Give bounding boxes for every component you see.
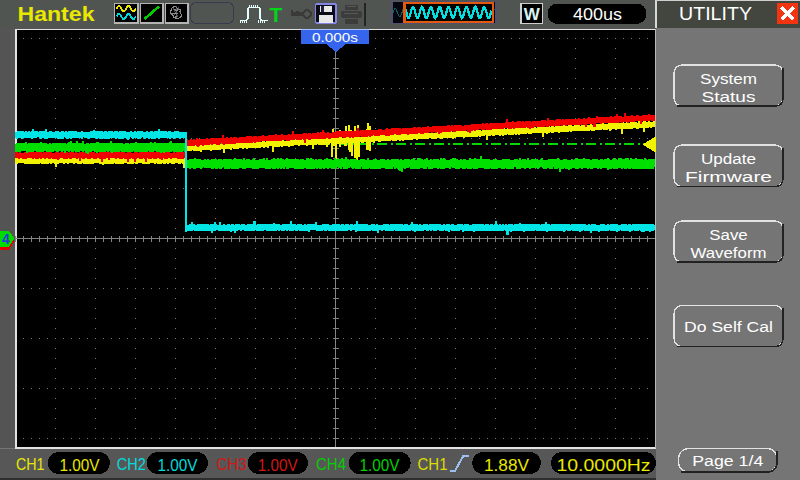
svg-text:0.000s: 0.000s bbox=[312, 30, 358, 45]
svg-text:400us: 400us bbox=[573, 6, 622, 23]
svg-text:1.88V: 1.88V bbox=[484, 457, 529, 474]
svg-text:4: 4 bbox=[2, 231, 10, 247]
svg-text:Page 1/4: Page 1/4 bbox=[692, 452, 763, 469]
svg-text:T: T bbox=[270, 3, 283, 26]
svg-text:CH2: CH2 bbox=[117, 456, 146, 473]
svg-text:CH3: CH3 bbox=[216, 456, 247, 473]
svg-text:Firmware: Firmware bbox=[685, 168, 772, 185]
svg-text:CH1: CH1 bbox=[418, 456, 448, 473]
svg-text:Hantek: Hantek bbox=[18, 3, 96, 25]
svg-text:Do Self Cal: Do Self Cal bbox=[684, 318, 773, 335]
svg-text:Save: Save bbox=[709, 226, 748, 243]
svg-text:Update: Update bbox=[701, 150, 756, 167]
svg-text:10.0000Hz: 10.0000Hz bbox=[557, 457, 651, 474]
svg-text:UTILITY: UTILITY bbox=[679, 3, 752, 24]
svg-text:1.00V: 1.00V bbox=[360, 457, 400, 474]
svg-text:System: System bbox=[700, 70, 757, 87]
svg-text:1.00V: 1.00V bbox=[258, 457, 298, 474]
svg-text:CH1: CH1 bbox=[16, 456, 45, 473]
svg-text:CH4: CH4 bbox=[316, 456, 346, 473]
svg-text:Waveform: Waveform bbox=[691, 244, 767, 261]
svg-text:Status: Status bbox=[702, 88, 756, 105]
svg-text:1.00V: 1.00V bbox=[59, 457, 99, 474]
svg-text:1.00V: 1.00V bbox=[157, 457, 197, 474]
svg-text:W: W bbox=[524, 5, 541, 24]
